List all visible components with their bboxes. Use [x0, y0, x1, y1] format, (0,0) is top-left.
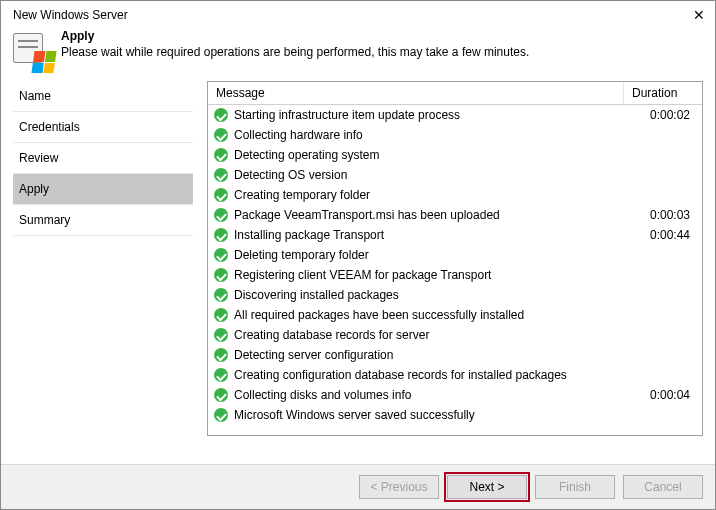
log-row[interactable]: Package VeeamTransport.msi has been uplo… — [208, 205, 702, 225]
sidebar-item-name[interactable]: Name — [13, 81, 193, 112]
sidebar-item-summary[interactable]: Summary — [13, 205, 193, 236]
success-icon — [214, 268, 228, 282]
title-bar: New Windows Server ✕ — [1, 1, 715, 25]
page-subtitle: Please wait while required operations ar… — [61, 45, 529, 59]
sidebar-item-review[interactable]: Review — [13, 143, 193, 174]
success-icon — [214, 108, 228, 122]
success-icon — [214, 128, 228, 142]
success-icon — [214, 188, 228, 202]
log-duration: 0:00:44 — [626, 226, 696, 244]
log-message: Starting infrastructure item update proc… — [234, 106, 626, 124]
success-icon — [214, 288, 228, 302]
log-message: Creating temporary folder — [234, 186, 626, 204]
log-row[interactable]: Collecting hardware info — [208, 125, 702, 145]
log-row[interactable]: Installing package Transport0:00:44 — [208, 225, 702, 245]
log-message: All required packages have been successf… — [234, 306, 626, 324]
server-windows-icon — [13, 29, 51, 71]
sidebar-item-apply[interactable]: Apply — [13, 174, 193, 205]
wizard-steps: NameCredentialsReviewApplySummary — [13, 81, 193, 436]
log-row[interactable]: Microsoft Windows server saved successfu… — [208, 405, 702, 425]
previous-button: < Previous — [359, 475, 439, 499]
log-message: Package VeeamTransport.msi has been uplo… — [234, 206, 626, 224]
grid-header: Message Duration — [208, 82, 702, 105]
next-button[interactable]: Next > — [447, 475, 527, 499]
success-icon — [214, 348, 228, 362]
wizard-header: Apply Please wait while required operati… — [1, 25, 715, 81]
log-row[interactable]: Starting infrastructure item update proc… — [208, 105, 702, 125]
log-message: Detecting server configuration — [234, 346, 626, 364]
log-message: Deleting temporary folder — [234, 246, 626, 264]
log-duration: 0:00:04 — [626, 386, 696, 404]
log-row[interactable]: Deleting temporary folder — [208, 245, 702, 265]
log-row[interactable]: Creating temporary folder — [208, 185, 702, 205]
log-row[interactable]: Detecting operating system — [208, 145, 702, 165]
log-message: Discovering installed packages — [234, 286, 626, 304]
log-duration: 0:00:03 — [626, 206, 696, 224]
success-icon — [214, 228, 228, 242]
cancel-button: Cancel — [623, 475, 703, 499]
grid-rows[interactable]: Starting infrastructure item update proc… — [208, 105, 702, 435]
log-message: Detecting OS version — [234, 166, 626, 184]
sidebar-item-credentials[interactable]: Credentials — [13, 112, 193, 143]
log-panel: Message Duration Starting infrastructure… — [207, 81, 703, 436]
log-message: Registering client VEEAM for package Tra… — [234, 266, 626, 284]
log-row[interactable]: Detecting OS version — [208, 165, 702, 185]
page-title: Apply — [61, 29, 529, 43]
log-row[interactable]: Discovering installed packages — [208, 285, 702, 305]
log-message: Detecting operating system — [234, 146, 626, 164]
log-row[interactable]: Registering client VEEAM for package Tra… — [208, 265, 702, 285]
log-message: Creating configuration database records … — [234, 366, 626, 384]
success-icon — [214, 388, 228, 402]
log-message: Installing package Transport — [234, 226, 626, 244]
close-icon[interactable]: ✕ — [673, 7, 705, 23]
success-icon — [214, 368, 228, 382]
log-message: Creating database records for server — [234, 326, 626, 344]
finish-button: Finish — [535, 475, 615, 499]
log-message: Collecting hardware info — [234, 126, 626, 144]
success-icon — [214, 148, 228, 162]
window-title: New Windows Server — [13, 8, 128, 22]
log-duration: 0:00:02 — [626, 106, 696, 124]
log-row[interactable]: Detecting server configuration — [208, 345, 702, 365]
success-icon — [214, 168, 228, 182]
log-row[interactable]: Creating configuration database records … — [208, 365, 702, 385]
success-icon — [214, 208, 228, 222]
log-message: Collecting disks and volumes info — [234, 386, 626, 404]
success-icon — [214, 248, 228, 262]
success-icon — [214, 328, 228, 342]
log-message: Microsoft Windows server saved successfu… — [234, 406, 626, 424]
log-row[interactable]: All required packages have been successf… — [208, 305, 702, 325]
col-duration[interactable]: Duration — [624, 82, 702, 104]
success-icon — [214, 408, 228, 422]
success-icon — [214, 308, 228, 322]
col-message[interactable]: Message — [208, 82, 624, 104]
log-row[interactable]: Creating database records for server — [208, 325, 702, 345]
log-row[interactable]: Collecting disks and volumes info0:00:04 — [208, 385, 702, 405]
wizard-footer: < Previous Next > Finish Cancel — [1, 464, 715, 509]
